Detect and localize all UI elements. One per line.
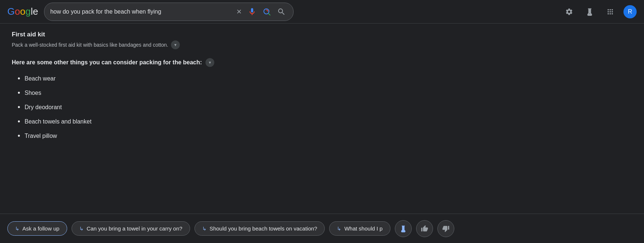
carry-on-chip-label: Can you bring a towel in your carry on? bbox=[87, 225, 182, 232]
what-should-label: What should I p bbox=[344, 225, 382, 232]
microphone-icon bbox=[248, 7, 256, 16]
search-icon bbox=[277, 7, 286, 16]
header-icons: R bbox=[562, 4, 637, 19]
settings-button[interactable] bbox=[562, 4, 576, 19]
bottom-bar: ↳ Ask a follow up ↳ Can you bring a towe… bbox=[0, 214, 644, 243]
list-item-label: Travel pillow bbox=[25, 133, 57, 139]
chip-arrow-icon: ↳ bbox=[337, 226, 341, 232]
lens-search-button[interactable] bbox=[261, 6, 273, 18]
google-logo: Google bbox=[7, 6, 38, 17]
beach-towels-vacation-label: Should you bring beach towels on vacatio… bbox=[210, 225, 317, 232]
ask-follow-up-label: Ask a follow up bbox=[22, 225, 59, 232]
flask-small-icon bbox=[400, 225, 407, 232]
packing-list: Beach wear Shoes Dry deodorant Beach tow… bbox=[18, 74, 319, 140]
search-bar: ✕ bbox=[44, 3, 294, 21]
header: Google ✕ bbox=[0, 0, 644, 24]
search-button[interactable] bbox=[276, 6, 287, 18]
consider-title-text: Here are some other things you can consi… bbox=[12, 59, 202, 66]
logo-g-green: g bbox=[25, 6, 30, 17]
list-item-label: Shoes bbox=[25, 90, 41, 96]
logo-g-blue: G bbox=[7, 6, 15, 17]
search-input[interactable] bbox=[50, 8, 232, 15]
apps-icon bbox=[606, 8, 614, 16]
labs-button[interactable] bbox=[582, 4, 597, 19]
list-item: Beach towels and blanket bbox=[18, 117, 319, 126]
list-item-label: Beach towels and blanket bbox=[25, 118, 91, 125]
apps-button[interactable] bbox=[603, 4, 618, 19]
logo-o-yellow: o bbox=[20, 6, 25, 17]
chevron-down-icon: ▾ bbox=[174, 42, 177, 47]
first-aid-collapse-button[interactable]: ▾ bbox=[171, 40, 180, 49]
thumbs-up-icon bbox=[421, 225, 428, 232]
consider-collapse-button[interactable]: ▾ bbox=[205, 58, 214, 67]
first-aid-title: First aid kit bbox=[12, 31, 319, 38]
list-item: Shoes bbox=[18, 89, 319, 97]
logo-le: le bbox=[31, 6, 38, 17]
thumbs-down-icon bbox=[442, 225, 450, 232]
list-item-label: Beach wear bbox=[25, 75, 56, 82]
beach-towels-vacation-chip[interactable]: ↳ Should you bring beach towels on vacat… bbox=[194, 221, 325, 236]
list-item: Dry deodorant bbox=[18, 103, 319, 111]
list-item: Beach wear bbox=[18, 74, 319, 83]
logo-o-red: o bbox=[15, 6, 20, 17]
what-should-chip[interactable]: ↳ What should I p bbox=[329, 221, 390, 236]
first-aid-desc-text: Pack a well-stocked first aid kit with b… bbox=[12, 42, 168, 48]
consider-section: Here are some other things you can consi… bbox=[12, 58, 319, 140]
consider-title: Here are some other things you can consi… bbox=[12, 58, 319, 67]
first-aid-section: First aid kit Pack a well-stocked first … bbox=[12, 31, 319, 49]
chip-arrow-icon: ↳ bbox=[79, 226, 84, 232]
labs-action-button[interactable] bbox=[395, 220, 412, 237]
lens-icon bbox=[262, 7, 271, 16]
carry-on-towel-chip[interactable]: ↳ Can you bring a towel in your carry on… bbox=[72, 221, 190, 236]
main-content: First aid kit Pack a well-stocked first … bbox=[0, 24, 330, 155]
svg-line-1 bbox=[268, 13, 270, 15]
gear-icon bbox=[565, 8, 573, 16]
clear-button[interactable]: ✕ bbox=[235, 6, 243, 17]
ask-follow-up-chip[interactable]: ↳ Ask a follow up bbox=[7, 221, 67, 236]
list-item: Travel pillow bbox=[18, 132, 319, 140]
voice-search-button[interactable] bbox=[246, 6, 258, 18]
thumbs-down-button[interactable] bbox=[437, 220, 454, 237]
list-item-label: Dry deodorant bbox=[25, 104, 62, 111]
thumbs-up-button[interactable] bbox=[416, 220, 433, 237]
clear-icon: ✕ bbox=[236, 8, 242, 16]
follow-up-arrow-icon: ↳ bbox=[15, 226, 19, 232]
first-aid-desc: Pack a well-stocked first aid kit with b… bbox=[12, 40, 319, 49]
chip-arrow-icon: ↳ bbox=[202, 226, 207, 232]
flask-icon bbox=[586, 8, 594, 16]
avatar[interactable]: R bbox=[623, 5, 637, 18]
chevron-down-icon: ▾ bbox=[209, 60, 211, 65]
